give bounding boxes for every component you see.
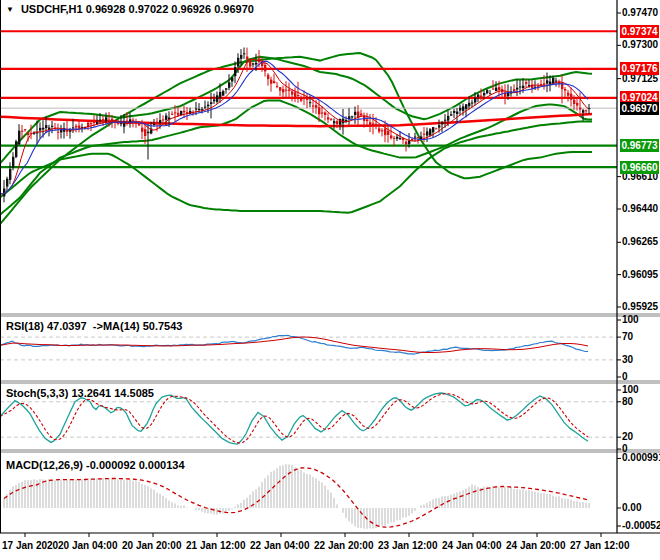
time-axis-label: 21 Jan 12:00 (186, 540, 246, 551)
stoch-tick-label: 20 (622, 431, 633, 443)
symbol-dropdown-icon[interactable]: ▼ (6, 5, 14, 14)
rsi-tick-label: 70 (622, 331, 633, 343)
price-badge-resistance: 0.97176 (620, 62, 659, 75)
price-badge-support: 0.96773 (620, 139, 659, 152)
time-axis-label: 27 Jan 12:00 (570, 540, 630, 551)
price-tick-label: 0.97470 (622, 7, 658, 19)
stoch-k-line (0, 393, 588, 444)
chart-title-bar: ▼USDCHF,H1 0.96928 0.97022 0.96926 0.969… (6, 3, 254, 15)
time-axis-label: 20 Jan 20:00 (122, 540, 182, 551)
trading-chart-window: ▼USDCHF,H1 0.96928 0.97022 0.96926 0.969… (0, 0, 660, 560)
macd-tick-label: -0.000525 (622, 520, 660, 532)
time-axis-label: 22 Jan 20:00 (314, 540, 374, 551)
time-axis-label: 22 Jan 04:00 (250, 540, 310, 551)
price-tick-label: 0.95925 (622, 301, 658, 313)
rsi-tick-label: 100 (622, 314, 639, 326)
bollinger-lower-line (0, 101, 592, 215)
price-badge-resistance: 0.97374 (620, 25, 659, 38)
stoch-indicator-label: Stoch(5,3,3) 13.2641 14.5085 (6, 387, 154, 399)
macd-signal-line (4, 468, 589, 527)
macd-indicator-label: MACD(12,26,9) -0.000092 0.000134 (6, 459, 185, 471)
rsi-tick-label: 0 (622, 371, 628, 383)
price-tick-label: 0.96440 (622, 203, 658, 215)
time-axis-label: 24 Jan 04:00 (442, 540, 502, 551)
price-tick-label: 0.96265 (622, 236, 658, 248)
time-axis-label: 17 Jan 2020 (2, 540, 58, 551)
time-axis-label: 23 Jan 12:00 (378, 540, 438, 551)
rsi-tick-label: 30 (622, 354, 633, 366)
cloud-upper-line (0, 53, 592, 224)
price-tick-label: 0.97300 (622, 39, 658, 51)
chart-canvas[interactable] (0, 0, 660, 560)
price-badge-support: 0.96660 (620, 161, 659, 174)
time-axis-label: 24 Jan 20:00 (506, 540, 566, 551)
price-badge-current: 0.96970 (620, 102, 659, 115)
macd-histogram (4, 464, 589, 529)
time-axis-label: 20 Jan 04:00 (58, 540, 118, 551)
macd-tick-label: 0.000991 (622, 452, 660, 464)
stoch-tick-label: 100 (622, 384, 639, 396)
macd-tick-label: 0.00 (622, 502, 641, 514)
chart-title: USDCHF,H1 0.96928 0.97022 0.96926 0.9697… (21, 3, 254, 15)
price-tick-label: 0.96095 (622, 269, 658, 281)
rsi-indicator-label: RSI(18) 47.0397 ->MA(14) 50.7543 (6, 320, 182, 332)
stoch-tick-label: 80 (622, 396, 633, 408)
